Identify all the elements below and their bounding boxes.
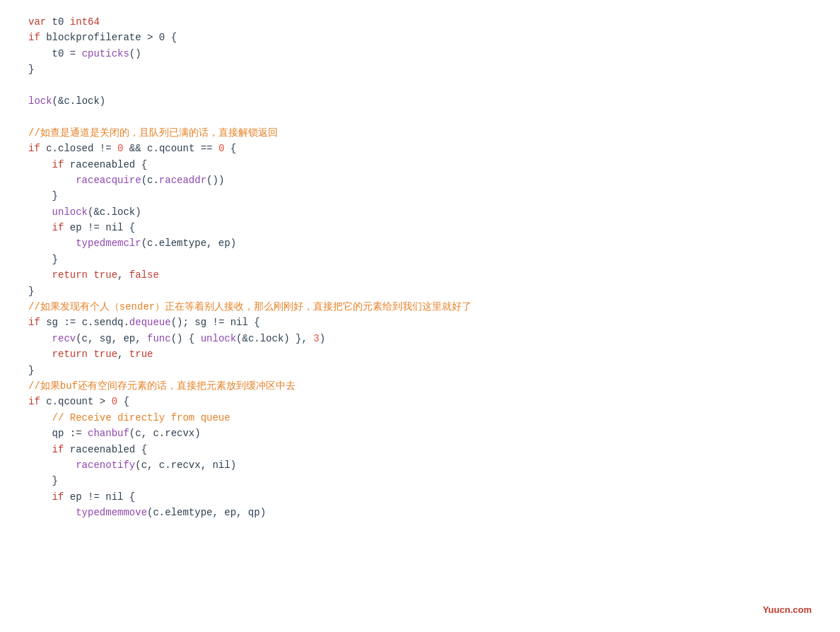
- code-block: var t0 int64 if blockprofilerate > 0 { t…: [28, 14, 812, 521]
- brand-label: Yuucn.com: [763, 603, 812, 618]
- code-container: var t0 int64 if blockprofilerate > 0 { t…: [0, 0, 840, 632]
